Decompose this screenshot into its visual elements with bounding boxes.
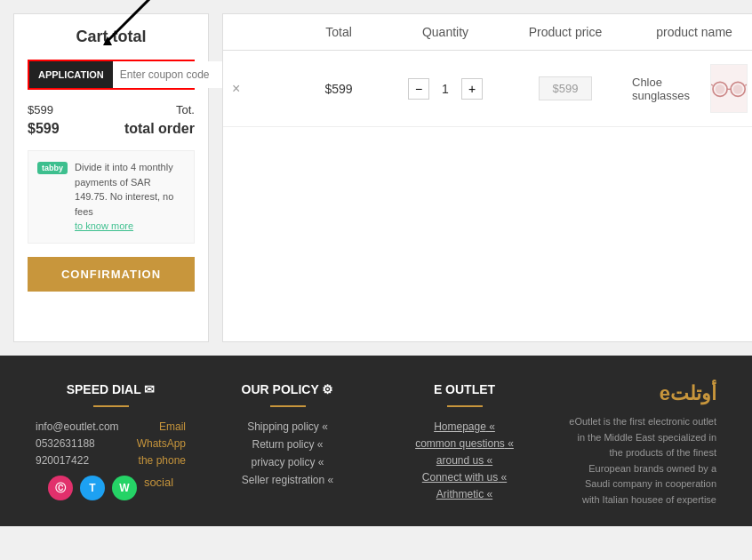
quantity-control: − 1 + xyxy=(392,78,499,100)
e-outlet-title: E OUTLET xyxy=(389,382,540,396)
quantity-increase-button[interactable]: + xyxy=(461,78,483,100)
speed-dial-row-email: info@eoutlet.com Email xyxy=(36,420,186,433)
social-link[interactable]: social xyxy=(144,476,173,500)
speed-dial-title: SPEED DIAL ✉ xyxy=(36,382,186,396)
social-links: Ⓒ T W social xyxy=(36,476,186,500)
email-label: info@eoutlet.com xyxy=(36,420,119,433)
speed-dial-row-whatsapp: 0532631188 WhatsApp xyxy=(36,437,186,450)
tabby-link[interactable]: to know more xyxy=(75,220,133,231)
total-cell: $599 xyxy=(285,82,392,96)
product-image-svg xyxy=(711,76,747,102)
footer-about-text: eOutlet is the first electronic outlet i… xyxy=(566,414,716,508)
envelope-icon: ✉ xyxy=(144,382,155,396)
product-price-box: $599 xyxy=(539,76,593,100)
outlet-homepage-link[interactable]: Homepage xyxy=(389,420,540,433)
svg-line-8 xyxy=(745,84,747,84)
whatsapp-icon[interactable]: W xyxy=(112,476,137,500)
svg-line-7 xyxy=(711,84,713,84)
remove-item-button[interactable]: × xyxy=(232,81,240,97)
table-row: × $599 − 1 + $599 Chloe sunglasses xyxy=(223,51,752,127)
product-table-panel: Total Quantity Product price product nam… xyxy=(222,13,752,342)
table-header: Total Quantity Product price product nam… xyxy=(223,14,752,51)
policy-title: OUR POLICY ⚙ xyxy=(212,382,363,396)
outlet-around-link[interactable]: around us xyxy=(389,454,540,467)
cart-subtotal-row: $599 Tot. xyxy=(28,103,195,116)
email-link[interactable]: Email xyxy=(159,420,186,433)
header-product-name: product name xyxy=(632,25,752,39)
header-total: Total xyxy=(285,25,392,39)
product-name-text: Chloe sunglasses xyxy=(632,76,701,102)
header-product-price: Product price xyxy=(499,25,632,39)
svg-point-4 xyxy=(716,84,725,93)
footer-divider-outlet xyxy=(447,405,483,407)
policy-shipping-link[interactable]: Shipping policy xyxy=(212,420,363,433)
outlet-arithmetic-link[interactable]: Arithmetic xyxy=(389,488,540,500)
product-thumbnail xyxy=(710,64,748,113)
twitter-icon[interactable]: T xyxy=(80,476,105,500)
cart-subtotal-desc: Tot. xyxy=(176,103,195,116)
cart-total-label: total order xyxy=(124,121,195,137)
product-price-cell: $599 xyxy=(499,76,632,100)
outlet-connect-link[interactable]: Connect with us xyxy=(389,471,540,484)
footer-grid: SPEED DIAL ✉ info@eoutlet.com Email 0532… xyxy=(36,382,716,508)
quantity-value: 1 xyxy=(436,82,454,96)
footer-our-policy: OUR POLICY ⚙ Shipping policy Return poli… xyxy=(212,382,363,508)
gear-icon: ⚙ xyxy=(322,382,333,396)
quantity-decrease-button[interactable]: − xyxy=(408,78,429,100)
policy-return-link[interactable]: Return policy xyxy=(212,438,363,451)
footer-about: eأوتلت eOutlet is the first electronic o… xyxy=(566,382,716,508)
outlet-questions-link[interactable]: common questions xyxy=(389,437,540,450)
phone-label: 0532631188 xyxy=(36,437,95,450)
footer-divider-policy xyxy=(270,405,306,407)
svg-point-5 xyxy=(733,84,743,93)
header-remove xyxy=(232,25,285,39)
confirm-button[interactable]: CONFIRMATION xyxy=(28,257,195,292)
policy-seller-link[interactable]: Seller registration xyxy=(212,474,363,486)
phone-link[interactable]: the phone xyxy=(139,454,186,467)
footer-divider xyxy=(93,405,129,407)
footer-speed-dial: SPEED DIAL ✉ info@eoutlet.com Email 0532… xyxy=(36,382,186,508)
header-quantity: Quantity xyxy=(392,25,499,39)
cart-total-row: $599 total order xyxy=(28,121,195,137)
speed-dial-row-phone: 920017422 the phone xyxy=(36,454,186,467)
phone2-label: 920017422 xyxy=(36,454,89,467)
cart-total-title: Cart total xyxy=(28,28,195,46)
footer-e-outlet: E OUTLET Homepage common questions aroun… xyxy=(389,382,540,508)
whatsapp-link[interactable]: WhatsApp xyxy=(137,437,186,450)
product-name-cell: Chloe sunglasses xyxy=(632,64,752,113)
footer: SPEED DIAL ✉ info@eoutlet.com Email 0532… xyxy=(0,356,752,526)
remove-cell: × xyxy=(232,81,285,97)
instagram-icon[interactable]: Ⓒ xyxy=(48,476,73,500)
tabby-box: tabby Divide it into 4 monthly payments … xyxy=(28,150,195,244)
cart-subtotal-amount: $599 xyxy=(28,103,53,116)
tabby-text: Divide it into 4 monthly payments of SAR… xyxy=(75,160,185,234)
footer-logo: eأوتلت xyxy=(566,382,716,405)
tabby-badge: tabby xyxy=(37,162,68,174)
coupon-apply-button[interactable]: APPLICATION xyxy=(29,61,113,88)
cart-total-panel: Cart total APPLICATION $599 Tot. $599 to… xyxy=(13,13,209,342)
policy-privacy-link[interactable]: privacy policy xyxy=(212,456,363,468)
coupon-area: APPLICATION xyxy=(28,60,195,90)
row-total: $599 xyxy=(324,82,352,96)
cart-total-amount: $599 xyxy=(28,121,60,137)
